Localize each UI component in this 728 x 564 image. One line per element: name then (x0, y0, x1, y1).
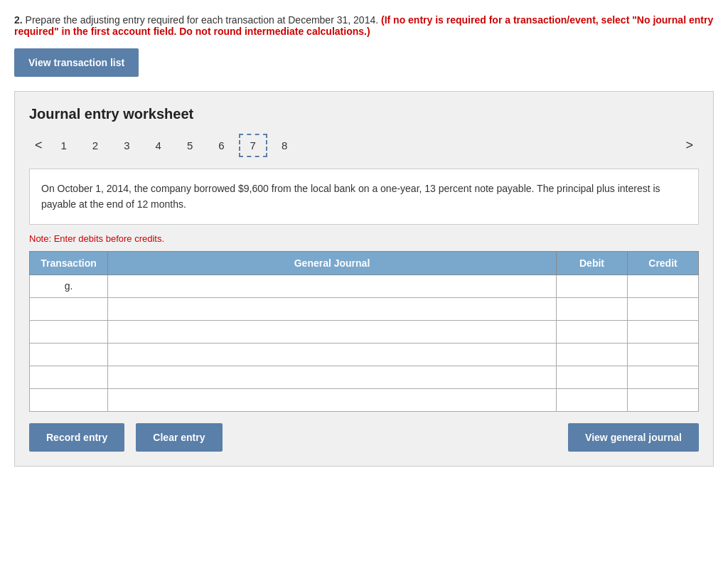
view-transaction-button[interactable]: View transaction list (14, 48, 139, 77)
credit-input-4[interactable] (633, 372, 692, 383)
tab-4[interactable]: 4 (144, 134, 173, 157)
credit-cell-5[interactable] (628, 388, 699, 411)
general-journal-input-0[interactable] (114, 281, 550, 292)
transaction-cell-3 (30, 343, 108, 366)
general-journal-cell-5[interactable] (108, 388, 557, 411)
journal-table: Transaction General Journal Debit Credit… (29, 251, 699, 412)
scenario-text: On October 1, 2014, the company borrowed… (41, 183, 660, 210)
bottom-buttons: Record entry Clear entry View general jo… (29, 423, 699, 452)
table-row: g. (30, 275, 699, 297)
transaction-cell-5 (30, 388, 108, 411)
credit-cell-0[interactable] (628, 275, 699, 297)
credit-input-5[interactable] (633, 395, 692, 405)
header-transaction: Transaction (30, 251, 108, 275)
instruction-normal: Prepare the adjusting entry required for… (26, 14, 379, 26)
prev-arrow[interactable]: < (29, 135, 48, 156)
tab-8[interactable]: 8 (270, 134, 299, 157)
general-journal-cell-2[interactable] (108, 320, 557, 343)
header-credit: Credit (628, 251, 699, 275)
tab-1[interactable]: 1 (50, 134, 78, 157)
debit-input-2[interactable] (562, 326, 621, 337)
general-journal-input-4[interactable] (114, 372, 550, 383)
credit-cell-4[interactable] (628, 366, 699, 388)
credit-input-1[interactable] (633, 304, 692, 314)
record-entry-button[interactable]: Record entry (29, 423, 124, 452)
general-journal-cell-1[interactable] (108, 297, 557, 320)
debit-cell-5[interactable] (557, 388, 628, 411)
tab-5[interactable]: 5 (176, 134, 204, 157)
general-journal-cell-0[interactable] (108, 275, 557, 297)
credit-cell-2[interactable] (628, 320, 699, 343)
table-row (30, 388, 699, 411)
table-row (30, 297, 699, 320)
debit-input-1[interactable] (562, 304, 621, 314)
worksheet-title: Journal entry worksheet (29, 106, 699, 122)
clear-entry-button[interactable]: Clear entry (136, 423, 222, 452)
scenario-box: On October 1, 2014, the company borrowed… (29, 169, 699, 225)
tab-7[interactable]: 7 (239, 134, 267, 157)
debit-input-4[interactable] (562, 372, 621, 383)
debit-cell-2[interactable] (557, 320, 628, 343)
debit-cell-4[interactable] (557, 366, 628, 388)
tab-2[interactable]: 2 (81, 134, 109, 157)
table-row (30, 320, 699, 343)
general-journal-cell-3[interactable] (108, 343, 557, 366)
credit-cell-1[interactable] (628, 297, 699, 320)
transaction-cell-0: g. (30, 275, 108, 297)
question-instruction: 2. Prepare the adjusting entry required … (14, 14, 714, 37)
debit-input-3[interactable] (562, 349, 621, 360)
credit-input-2[interactable] (633, 326, 692, 337)
question-section: 2. Prepare the adjusting entry required … (14, 14, 714, 37)
debit-cell-0[interactable] (557, 275, 628, 297)
debit-input-5[interactable] (562, 395, 621, 405)
tab-6[interactable]: 6 (207, 134, 235, 157)
credit-cell-3[interactable] (628, 343, 699, 366)
debit-cell-1[interactable] (557, 297, 628, 320)
tab-3[interactable]: 3 (112, 134, 141, 157)
debit-cell-3[interactable] (557, 343, 628, 366)
header-debit: Debit (557, 251, 628, 275)
credit-input-0[interactable] (633, 281, 692, 292)
worksheet-container: Journal entry worksheet < 1 2 3 4 5 6 7 … (14, 91, 714, 467)
general-journal-cell-4[interactable] (108, 366, 557, 388)
general-journal-input-1[interactable] (114, 304, 550, 314)
view-general-journal-button[interactable]: View general journal (568, 423, 699, 452)
question-number: 2. (14, 14, 23, 26)
header-general-journal: General Journal (108, 251, 557, 275)
transaction-cell-1 (30, 297, 108, 320)
transaction-cell-2 (30, 320, 108, 343)
credit-input-3[interactable] (633, 349, 692, 360)
table-row (30, 366, 699, 388)
debit-input-0[interactable] (562, 281, 621, 292)
tabs-navigation: < 1 2 3 4 5 6 7 8 > (29, 134, 699, 157)
table-header-row: Transaction General Journal Debit Credit (30, 251, 699, 275)
general-journal-input-3[interactable] (114, 349, 550, 360)
table-row (30, 343, 699, 366)
transaction-cell-4 (30, 366, 108, 388)
note-text: Note: Enter debits before credits. (29, 233, 699, 244)
general-journal-input-2[interactable] (114, 326, 550, 337)
general-journal-input-5[interactable] (114, 395, 550, 405)
next-arrow[interactable]: > (680, 135, 699, 156)
